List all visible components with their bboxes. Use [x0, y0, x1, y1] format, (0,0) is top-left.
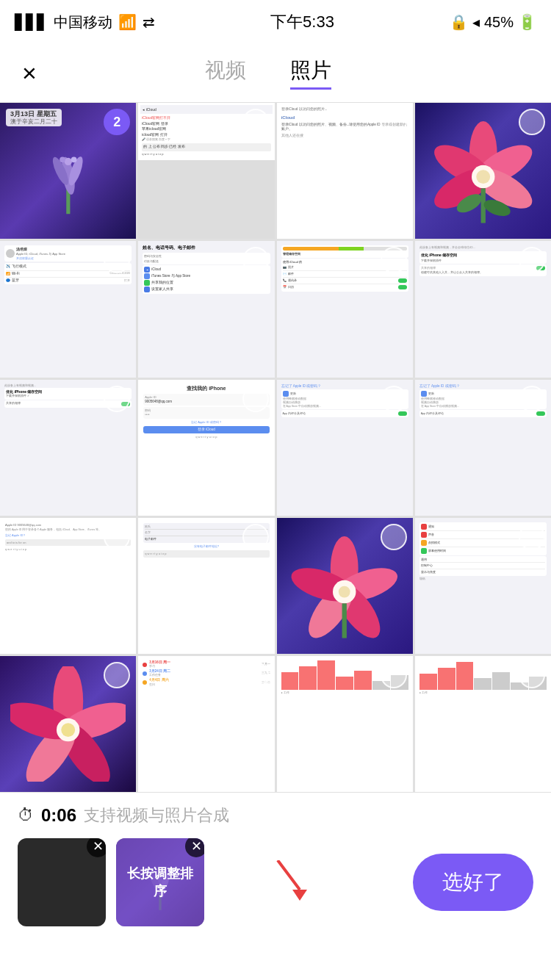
svg-point-13	[476, 170, 490, 184]
bottom-bar: ⏱ 0:06 支持视频与照片合成 ✕ 长按调整排序 ✕	[0, 792, 551, 934]
grid-cell-3[interactable]	[415, 103, 551, 239]
selection-circle-12[interactable]	[104, 524, 130, 550]
status-time: 下午5:33	[270, 11, 334, 33]
grid-cell-16[interactable]	[0, 656, 136, 792]
status-left: ▋▋▋ 中国移动 📶 ⇄	[15, 12, 155, 32]
grid-cell-14[interactable]	[277, 518, 413, 654]
grid-cell-9[interactable]: 查找我的 iPhone Apple ID 9005648@qq.com 密码 •…	[138, 380, 274, 516]
selection-circle-7[interactable]	[519, 247, 545, 273]
lock-icon: 🔒	[450, 13, 468, 31]
svg-point-5	[60, 156, 65, 162]
confirm-button[interactable]: 选好了	[413, 854, 533, 911]
selection-circle-8[interactable]	[104, 386, 130, 412]
grid-cell-7[interactable]: 此设备上有视频和视频，开全全球传往iCl... 优化 iPhone 储存空间 下…	[415, 241, 551, 377]
photo-grid: 3月13日 星期五 澳于辛亥二月二十 2 ◂ iCloud iCloud官网打不…	[0, 103, 551, 792]
duration-time: 0:06	[41, 805, 76, 826]
status-bar: ▋▋▋ 中国移动 📶 ⇄ 下午5:33 🔒 ◂ 45% 🔋	[0, 0, 551, 44]
selected-thumb-0[interactable]: ✕	[18, 838, 106, 926]
selection-circle-13[interactable]	[242, 524, 269, 550]
date-badge: 3月13日 星期五 澳于辛亥二月二十	[6, 109, 62, 126]
grid-cell-4[interactable]: 汤培煜 Apple ID, iCloud, iTunes 与 App Store…	[0, 241, 136, 377]
selection-circle-14[interactable]	[381, 524, 407, 550]
status-right: 🔒 ◂ 45% 🔋	[450, 13, 536, 31]
signal-icon: ▋▋▋	[15, 13, 48, 31]
selection-circle-15[interactable]	[519, 524, 545, 550]
grid-cell-17[interactable]: 3月16日 周一 学习 三月一 3月24日 周二 工作任务 三九二	[138, 656, 274, 792]
selection-circle-10[interactable]	[381, 386, 407, 412]
svg-marker-37	[292, 890, 307, 901]
nav-tabs: 视频 照片	[205, 57, 331, 90]
grid-cell-5[interactable]: 姓名、电话号码、电子邮件 密码与安全性 付款与配送 ☁ iCloud iTune…	[138, 241, 274, 377]
nav-bar: × 视频 照片	[0, 44, 551, 103]
selection-circle-3[interactable]	[519, 109, 545, 135]
duration-info: ⏱ 0:06 支持视频与照片合成	[18, 804, 533, 826]
selected-thumb-1[interactable]: 长按调整排序 ✕	[116, 838, 204, 926]
svg-point-6	[71, 156, 77, 162]
close-button[interactable]: ×	[22, 59, 37, 87]
tab-video[interactable]: 视频	[205, 57, 246, 90]
grid-cell-6[interactable]: 管理储存空间 使用 iCloud 的 📷照片 ✉️邮件 📞通讯录	[277, 241, 413, 377]
selection-circle-6[interactable]	[381, 247, 407, 273]
grid-cell-11[interactable]: 忘记了 Apple ID 或密码？ 更新 使用蜂窝移动数据 视频自动播放 在 A…	[415, 380, 551, 516]
selection-circle-17[interactable]	[242, 662, 269, 688]
grid-cell-19[interactable]: ● 工作	[415, 656, 551, 792]
arrow-svg	[241, 860, 314, 904]
carrier-label: 中国移动	[54, 12, 112, 32]
grid-cell-2[interactable]: 登录iCloud 以访问您的照片... iCloud 登录iCloud 以访问您…	[277, 103, 413, 239]
duration-icon: ⏱	[18, 806, 34, 825]
selection-circle-18[interactable]	[381, 662, 407, 688]
selection-circle-16[interactable]	[104, 662, 130, 688]
wifi-icon: 📶	[118, 13, 137, 31]
selection-circle-5[interactable]	[242, 247, 269, 273]
selection-circle-19[interactable]	[519, 662, 545, 688]
svg-point-23	[339, 586, 350, 597]
grid-cell-13[interactable]: 姓氏 名字 电子邮件 没有电子邮件地址? q w e r t y u i o p	[138, 518, 274, 654]
battery-label: 45%	[484, 14, 514, 31]
svg-line-36	[278, 860, 300, 890]
selection-circle-11[interactable]	[519, 386, 545, 412]
grid-cell-12[interactable]: Apple ID 9005648@qq.com 您的 Apple ID 用于登录…	[0, 518, 136, 654]
duration-desc: 支持视频与照片合成	[84, 804, 229, 826]
grid-cell-10[interactable]: 忘记了 Apple ID 或密码？ 更新 使用蜂窝移动数据 视频自动播放 在 A…	[277, 380, 413, 516]
flower-purple-svg	[21, 123, 116, 219]
selected-items-row: ✕ 长按调整排序 ✕ 选好了	[18, 838, 533, 926]
battery-icon: 🔋	[518, 13, 536, 31]
grid-cell-18[interactable]: ● 工作	[277, 656, 413, 792]
grid-cell-8[interactable]: 此设备上有视频和视频... 优化 iPhone 储存空间 下载并保留原件 ✓ 共…	[0, 380, 136, 516]
grid-cell-0[interactable]: 3月13日 星期五 澳于辛亥二月二十 2	[0, 103, 136, 239]
grid-cell-15[interactable]: 通知 声音 勿扰模式 屏幕使用时间 通用 控制中心 显示与亮度	[415, 518, 551, 654]
cast-icon: ⇄	[143, 13, 155, 31]
tab-photo[interactable]: 照片	[290, 57, 331, 90]
svg-point-31	[61, 723, 75, 737]
grid-cell-1[interactable]: ◂ iCloud iCloud官网打不开 iCloud官网 登录 苹果iclou…	[138, 103, 274, 239]
selection-circle-2[interactable]	[381, 109, 407, 135]
selection-circle-1[interactable]	[242, 109, 269, 135]
location-icon: ◂	[472, 13, 480, 31]
svg-rect-24	[342, 603, 347, 638]
svg-point-4	[64, 157, 71, 165]
selection-circle-9[interactable]	[242, 386, 269, 412]
selection-number-2[interactable]: 2	[104, 109, 130, 135]
